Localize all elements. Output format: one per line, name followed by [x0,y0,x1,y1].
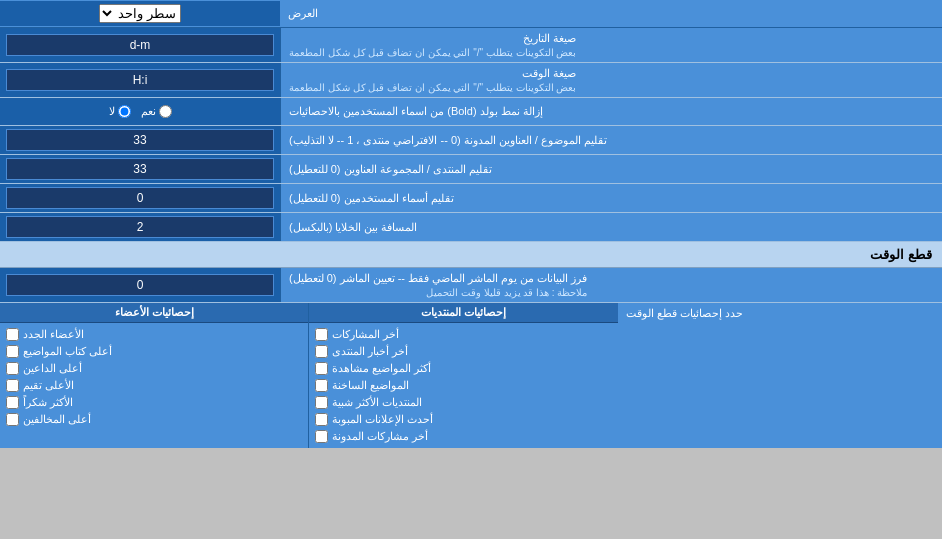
cb-forums-items: أخر المشاركات أخر أخبار المنتدى أكثر الم… [309,323,617,448]
cell-spacing-row: المسافة بين الخلايا (بالبكسل) [0,213,942,242]
cb-last-posts[interactable] [315,328,328,341]
cell-spacing-input[interactable] [6,216,274,238]
cb-item: أعلى الداعين [6,360,302,377]
topic-nav-input-cell [0,126,280,154]
date-format-row: صيغة التاريخ بعض التكوينات يتطلب "/" الت… [0,28,942,63]
cb-item: أعلى المخالفين [6,411,302,428]
cb-top-rated[interactable] [6,379,19,392]
topic-nav-label: تقليم الموضوع / العناوين المدونة (0 -- ا… [280,126,942,154]
cell-spacing-label: المسافة بين الخلايا (بالبكسل) [280,213,942,241]
time-format-input-cell [0,63,280,97]
cb-item: الأكثر شكراً [6,394,302,411]
date-format-label: صيغة التاريخ بعض التكوينات يتطلب "/" الت… [280,28,942,62]
display-select-cell: سطر واحد سطرين ثلاثة أسطر [0,1,280,26]
forum-nav-label: تقليم المنتدى / المجموعة العناوين (0 للت… [280,155,942,183]
forum-nav-input-cell [0,155,280,183]
cb-forums-header: إحصائيات المنتديات [309,303,617,323]
cb-top-writers[interactable] [6,345,19,358]
username-trim-label: تقليم أسماء المستخدمين (0 للتعطيل) [280,184,942,212]
cb-item: أخر مشاركات المدونة [315,428,611,445]
cb-members-header: إحصائيات الأعضاء [0,303,308,323]
forum-nav-input[interactable] [6,158,274,180]
cb-hot-topics[interactable] [315,379,328,392]
radio-yes-label[interactable]: نعم [141,105,172,118]
forum-nav-row: تقليم المنتدى / المجموعة العناوين (0 للت… [0,155,942,184]
display-row: العرض سطر واحد سطرين ثلاثة أسطر [0,0,942,28]
cb-section-members: إحصائيات الأعضاء الأعضاء الجدد أعلى كتاب… [0,303,308,448]
radio-yes[interactable] [159,105,172,118]
filter-input-cell [0,268,280,302]
time-format-row: صيغة الوقت بعض التكوينات يتطلب "/" التي … [0,63,942,98]
cb-forum-news[interactable] [315,345,328,358]
date-format-input[interactable] [6,34,274,56]
cb-top-violators[interactable] [6,413,19,426]
cb-blog-posts[interactable] [315,430,328,443]
filter-row: فرز البيانات من يوم الماشر الماضي فقط --… [0,268,942,303]
filter-input[interactable] [6,274,274,296]
radio-no[interactable] [118,105,131,118]
stats-label: حدد إحصائيات قطع الوقت [618,303,942,448]
display-label: العرض [280,3,942,24]
filter-label: فرز البيانات من يوم الماشر الماضي فقط --… [280,268,942,302]
cb-item: الأعلى تقيم [6,377,302,394]
cb-item: أخر المشاركات [315,326,611,343]
cb-top-inviters[interactable] [6,362,19,375]
cb-new-members[interactable] [6,328,19,341]
cb-item: الأعضاء الجدد [6,326,302,343]
date-format-input-cell [0,28,280,62]
cell-spacing-input-cell [0,213,280,241]
cb-item: أكثر المواضيع مشاهدة [315,360,611,377]
username-trim-input-cell [0,184,280,212]
topic-nav-input[interactable] [6,129,274,151]
cb-most-thanked[interactable] [6,396,19,409]
cb-section-forums: إحصائيات المنتديات أخر المشاركات أخر أخب… [308,303,617,448]
cb-item: أحدث الإعلانات المبوبة [315,411,611,428]
bold-remove-radio-cell: نعم لا [0,98,280,125]
cb-members-items: الأعضاء الجدد أعلى كتاب المواضيع أعلى ال… [0,323,308,431]
time-format-label: صيغة الوقت بعض التكوينات يتطلب "/" التي … [280,63,942,97]
cb-popular-forums[interactable] [315,396,328,409]
cb-item: أعلى كتاب المواضيع [6,343,302,360]
radio-no-label[interactable]: لا [109,105,131,118]
time-format-input[interactable] [6,69,274,91]
cb-latest-ads[interactable] [315,413,328,426]
username-trim-row: تقليم أسماء المستخدمين (0 للتعطيل) [0,184,942,213]
bold-remove-row: إزالة نمط بولد (Bold) من اسماء المستخدمي… [0,98,942,126]
username-trim-input[interactable] [6,187,274,209]
topic-nav-row: تقليم الموضوع / العناوين المدونة (0 -- ا… [0,126,942,155]
main-container: العرض سطر واحد سطرين ثلاثة أسطر صيغة الت… [0,0,942,448]
bold-remove-label: إزالة نمط بولد (Bold) من اسماء المستخدمي… [280,98,942,125]
realtime-section-header: قطع الوقت [0,242,942,268]
display-select[interactable]: سطر واحد سطرين ثلاثة أسطر [99,4,181,23]
cb-most-viewed[interactable] [315,362,328,375]
cb-item: أخر أخبار المنتدى [315,343,611,360]
checkboxes-section: حدد إحصائيات قطع الوقت إحصائيات المنتديا… [0,303,942,448]
cb-item: المواضيع الساخنة [315,377,611,394]
cb-item: المنتديات الأكثر شبية [315,394,611,411]
